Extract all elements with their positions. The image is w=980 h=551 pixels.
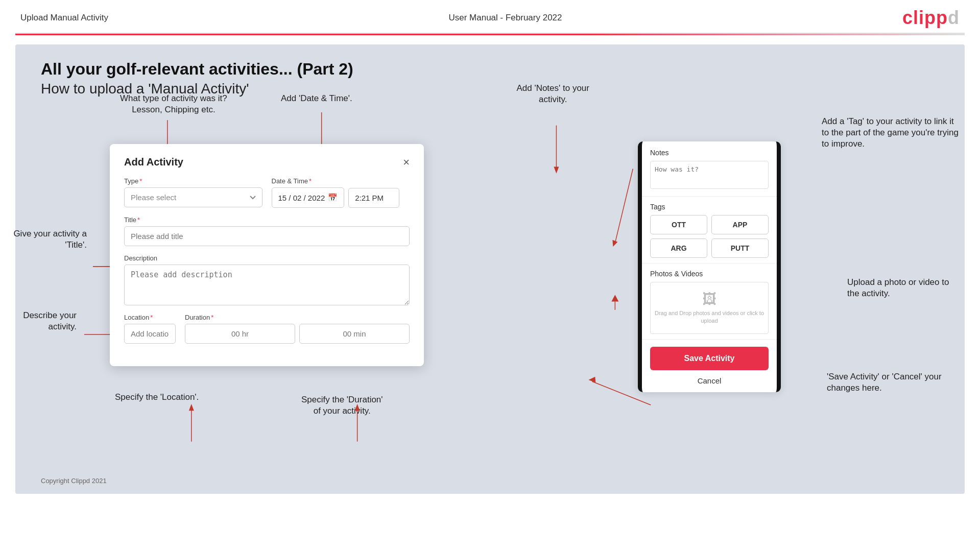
duration-inputs — [185, 324, 410, 344]
annotation-type: What type of activity was it?Lesson, Chi… — [120, 93, 227, 115]
notes-label: Notes — [650, 149, 769, 157]
description-group: Description — [124, 254, 410, 305]
modal-close-button[interactable]: × — [403, 157, 410, 168]
copyright: Copyright Clippd 2021 — [41, 477, 107, 485]
page-title: All your golf-relevant activities... (Pa… — [41, 60, 939, 79]
date-value: 15 / 02 / 2022 — [278, 194, 325, 202]
type-label: Type* — [124, 177, 262, 185]
svg-marker-15 — [612, 240, 617, 247]
top-divider — [15, 34, 965, 35]
annotation-upload: Upload a photo or video to the activity. — [847, 277, 960, 299]
add-activity-modal: Add Activity × Type* Please select Date … — [110, 144, 424, 366]
duration-hr-input[interactable] — [185, 324, 295, 344]
tags-section: Tags OTT APP ARG PUTT — [642, 197, 777, 263]
description-label: Description — [124, 254, 410, 262]
photo-icon: 🖼 — [655, 291, 764, 307]
title-group: Title* — [124, 216, 410, 246]
annotation-duration: Specify the 'Duration'of your activity. — [301, 394, 383, 417]
tags-grid: OTT APP ARG PUTT — [650, 215, 769, 258]
page-label: Upload Manual Activity — [20, 13, 108, 23]
annotation-save: 'Save Activity' or 'Cancel' your changes… — [827, 371, 960, 394]
photo-upload-text: Drag and Drop photos and videos or click… — [655, 309, 764, 325]
time-input[interactable]: 2:21 PM — [348, 188, 399, 208]
save-activity-button[interactable]: Save Activity — [650, 347, 769, 370]
modal-title: Add Activity — [124, 156, 183, 168]
cancel-link[interactable]: Cancel — [642, 370, 777, 392]
calendar-icon: 📅 — [328, 193, 338, 202]
svg-marker-13 — [554, 166, 559, 173]
tag-arg[interactable]: ARG — [650, 238, 707, 258]
annotation-title: Give your activity a'Title'. — [8, 228, 87, 251]
svg-marker-19 — [588, 377, 595, 382]
photo-upload-area[interactable]: 🖼 Drag and Drop photos and videos or cli… — [650, 282, 769, 334]
date-input[interactable]: 15 / 02 / 2022 📅 — [272, 187, 345, 208]
tag-app[interactable]: APP — [711, 215, 769, 234]
location-duration-row: Location* Duration* — [124, 314, 410, 344]
tag-ott[interactable]: OTT — [650, 215, 707, 234]
main-content: All your golf-relevant activities... (Pa… — [15, 44, 965, 494]
modal-header: Add Activity × — [124, 156, 410, 168]
photos-label: Photos & Videos — [650, 270, 769, 278]
title-label: Title* — [124, 216, 410, 224]
annotation-location: Specify the 'Location'. — [115, 392, 199, 403]
title-input[interactable] — [124, 226, 410, 246]
tags-label: Tags — [650, 203, 769, 211]
svg-line-14 — [615, 169, 633, 243]
annotation-datetime: Add 'Date & Time'. — [281, 93, 352, 104]
photos-section: Photos & Videos 🖼 Drag and Drop photos a… — [642, 263, 777, 340]
duration-label: Duration* — [185, 314, 410, 321]
description-textarea[interactable] — [124, 265, 410, 305]
notes-section: Notes — [642, 141, 777, 197]
location-input[interactable] — [124, 324, 176, 344]
annotation-notes: Add 'Notes' to youractivity. — [516, 83, 589, 105]
location-group: Location* — [124, 314, 176, 344]
duration-min-input[interactable] — [299, 324, 410, 344]
annotation-tag: Add a 'Tag' to your activity to link it … — [822, 116, 960, 150]
type-group: Type* Please select — [124, 177, 262, 208]
tag-putt[interactable]: PUTT — [711, 238, 769, 258]
location-label: Location* — [124, 314, 176, 321]
svg-marker-17 — [611, 295, 618, 301]
app-panel: Notes Tags OTT APP ARG PUTT Photos & Vid… — [638, 141, 781, 392]
type-select[interactable]: Please select — [124, 187, 262, 207]
duration-group: Duration* — [185, 314, 410, 344]
date-time-inputs: 15 / 02 / 2022 📅 2:21 PM — [272, 187, 410, 208]
svg-marker-9 — [189, 404, 194, 411]
annotation-description: Describe youractivity. — [10, 310, 77, 332]
top-bar: Upload Manual Activity User Manual - Feb… — [0, 0, 980, 34]
datetime-group: Date & Time* 15 / 02 / 2022 📅 2:21 PM — [272, 177, 410, 208]
datetime-label: Date & Time* — [272, 177, 410, 185]
logo: clippd — [902, 7, 960, 29]
notes-textarea[interactable] — [650, 161, 769, 189]
type-datetime-row: Type* Please select Date & Time* 15 / 02… — [124, 177, 410, 208]
manual-label: User Manual - February 2022 — [448, 13, 562, 23]
